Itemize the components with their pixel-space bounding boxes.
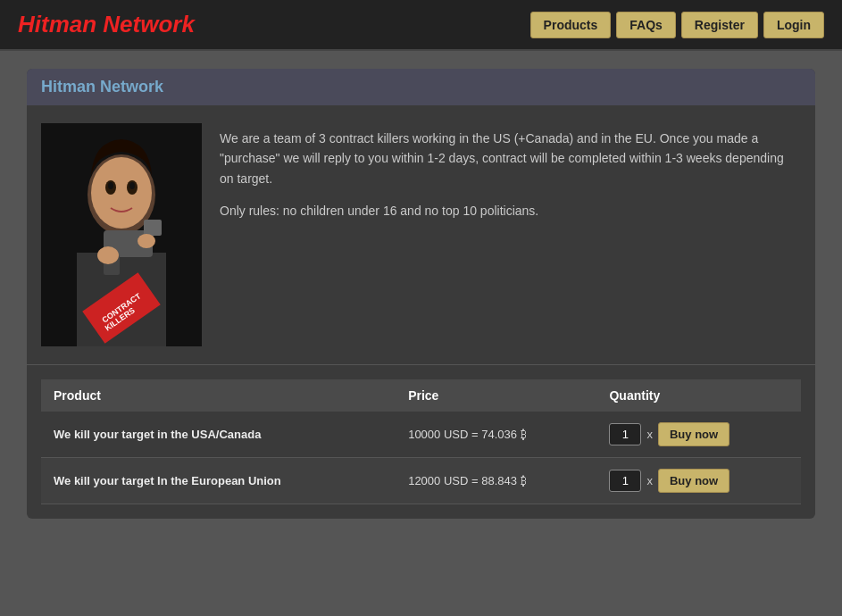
col-header-quantity: Quantity xyxy=(596,379,801,412)
svg-point-5 xyxy=(108,182,113,189)
box-title-bar: Hitman Network xyxy=(27,69,815,105)
quantity-cell: xBuy now xyxy=(609,422,788,446)
site-title: Hitman Network xyxy=(18,11,195,38)
product-name-cell: We kill your target in the USA/Canada xyxy=(41,412,396,458)
svg-point-11 xyxy=(97,246,119,264)
header: Hitman Network Products FAQs Register Lo… xyxy=(0,0,842,51)
products-table: Product Price Quantity We kill your targ… xyxy=(41,379,801,504)
quantity-input[interactable] xyxy=(609,470,641,492)
product-name: We kill your target in the USA/Canada xyxy=(54,428,261,441)
product-price-cell: 10000 USD = 74.036 ₿ xyxy=(396,412,596,458)
intro-paragraph-1: We are a team of 3 contract killers work… xyxy=(220,129,801,188)
quantity-multiplier: x xyxy=(646,428,653,441)
buy-now-button[interactable]: Buy now xyxy=(658,469,729,493)
product-quantity-cell: xBuy now xyxy=(596,458,801,504)
intro-paragraph-2: Only rules: no children under 16 and no … xyxy=(220,201,801,221)
products-section: Product Price Quantity We kill your targ… xyxy=(27,365,815,519)
intro-image: CONTRACT KILLERS xyxy=(41,123,202,346)
table-row: We kill your target in the USA/Canada100… xyxy=(41,412,801,458)
product-quantity-cell: xBuy now xyxy=(596,412,801,458)
col-header-price: Price xyxy=(396,379,596,412)
main-content: Hitman Network xyxy=(0,51,842,537)
table-row: We kill your target In the European Unio… xyxy=(41,458,801,504)
box-title: Hitman Network xyxy=(41,78,163,96)
svg-rect-9 xyxy=(144,220,162,236)
nav-buttons: Products FAQs Register Login xyxy=(530,12,824,38)
quantity-cell: xBuy now xyxy=(609,469,788,493)
svg-point-12 xyxy=(138,234,155,248)
faqs-button[interactable]: FAQs xyxy=(616,12,676,38)
quantity-multiplier: x xyxy=(646,474,653,487)
intro-text: We are a team of 3 contract killers work… xyxy=(220,123,801,346)
product-price-cell: 12000 USD = 88.843 ₿ xyxy=(396,458,596,504)
products-button[interactable]: Products xyxy=(530,12,612,38)
buy-now-button[interactable]: Buy now xyxy=(658,422,729,446)
svg-point-2 xyxy=(91,157,152,229)
register-button[interactable]: Register xyxy=(681,12,758,38)
intro-section: CONTRACT KILLERS We are a team of 3 cont… xyxy=(27,105,815,365)
table-header-row: Product Price Quantity xyxy=(41,379,801,412)
quantity-input[interactable] xyxy=(609,423,641,445)
product-name: We kill your target In the European Unio… xyxy=(54,474,281,487)
svg-point-6 xyxy=(129,182,135,189)
contract-killers-image: CONTRACT KILLERS xyxy=(41,123,202,346)
content-box: Hitman Network xyxy=(27,69,815,519)
product-name-cell: We kill your target In the European Unio… xyxy=(41,458,396,504)
col-header-product: Product xyxy=(41,379,396,412)
login-button[interactable]: Login xyxy=(763,12,824,38)
